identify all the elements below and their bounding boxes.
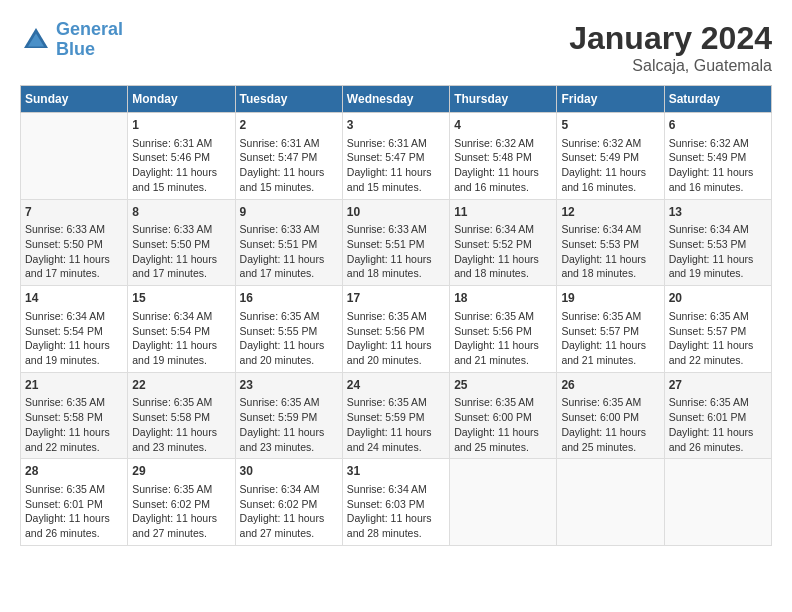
- day-number: 12: [561, 204, 659, 221]
- calendar-cell: 18Sunrise: 6:35 AM Sunset: 5:56 PM Dayli…: [450, 286, 557, 373]
- calendar-cell: 10Sunrise: 6:33 AM Sunset: 5:51 PM Dayli…: [342, 199, 449, 286]
- day-number: 31: [347, 463, 445, 480]
- calendar-cell: 14Sunrise: 6:34 AM Sunset: 5:54 PM Dayli…: [21, 286, 128, 373]
- calendar-cell: 24Sunrise: 6:35 AM Sunset: 5:59 PM Dayli…: [342, 372, 449, 459]
- day-info: Sunrise: 6:35 AM Sunset: 5:57 PM Dayligh…: [561, 309, 659, 368]
- day-info: Sunrise: 6:34 AM Sunset: 6:02 PM Dayligh…: [240, 482, 338, 541]
- day-number: 9: [240, 204, 338, 221]
- day-info: Sunrise: 6:35 AM Sunset: 5:58 PM Dayligh…: [132, 395, 230, 454]
- day-info: Sunrise: 6:35 AM Sunset: 6:02 PM Dayligh…: [132, 482, 230, 541]
- day-info: Sunrise: 6:35 AM Sunset: 5:56 PM Dayligh…: [347, 309, 445, 368]
- calendar-cell: 15Sunrise: 6:34 AM Sunset: 5:54 PM Dayli…: [128, 286, 235, 373]
- day-number: 21: [25, 377, 123, 394]
- calendar-cell: 16Sunrise: 6:35 AM Sunset: 5:55 PM Dayli…: [235, 286, 342, 373]
- col-sunday: Sunday: [21, 86, 128, 113]
- day-info: Sunrise: 6:32 AM Sunset: 5:48 PM Dayligh…: [454, 136, 552, 195]
- day-number: 27: [669, 377, 767, 394]
- day-info: Sunrise: 6:34 AM Sunset: 5:53 PM Dayligh…: [669, 222, 767, 281]
- day-info: Sunrise: 6:34 AM Sunset: 5:52 PM Dayligh…: [454, 222, 552, 281]
- calendar-table: Sunday Monday Tuesday Wednesday Thursday…: [20, 85, 772, 546]
- day-number: 4: [454, 117, 552, 134]
- day-number: 18: [454, 290, 552, 307]
- col-tuesday: Tuesday: [235, 86, 342, 113]
- calendar-cell: 9Sunrise: 6:33 AM Sunset: 5:51 PM Daylig…: [235, 199, 342, 286]
- calendar-cell: 22Sunrise: 6:35 AM Sunset: 5:58 PM Dayli…: [128, 372, 235, 459]
- col-saturday: Saturday: [664, 86, 771, 113]
- day-info: Sunrise: 6:35 AM Sunset: 6:01 PM Dayligh…: [25, 482, 123, 541]
- day-number: 13: [669, 204, 767, 221]
- day-number: 15: [132, 290, 230, 307]
- calendar-cell: 5Sunrise: 6:32 AM Sunset: 5:49 PM Daylig…: [557, 113, 664, 200]
- calendar-cell: 2Sunrise: 6:31 AM Sunset: 5:47 PM Daylig…: [235, 113, 342, 200]
- day-number: 8: [132, 204, 230, 221]
- page-header: GeneralBlue January 2024 Salcaja, Guatem…: [20, 20, 772, 75]
- calendar-cell: 11Sunrise: 6:34 AM Sunset: 5:52 PM Dayli…: [450, 199, 557, 286]
- day-number: 2: [240, 117, 338, 134]
- day-info: Sunrise: 6:34 AM Sunset: 6:03 PM Dayligh…: [347, 482, 445, 541]
- calendar-cell: 4Sunrise: 6:32 AM Sunset: 5:48 PM Daylig…: [450, 113, 557, 200]
- calendar-week-4: 21Sunrise: 6:35 AM Sunset: 5:58 PM Dayli…: [21, 372, 772, 459]
- page-title: January 2024: [569, 20, 772, 57]
- day-number: 1: [132, 117, 230, 134]
- day-info: Sunrise: 6:35 AM Sunset: 6:00 PM Dayligh…: [561, 395, 659, 454]
- day-number: 24: [347, 377, 445, 394]
- calendar-cell: 8Sunrise: 6:33 AM Sunset: 5:50 PM Daylig…: [128, 199, 235, 286]
- day-info: Sunrise: 6:33 AM Sunset: 5:51 PM Dayligh…: [347, 222, 445, 281]
- day-info: Sunrise: 6:35 AM Sunset: 5:57 PM Dayligh…: [669, 309, 767, 368]
- day-number: 11: [454, 204, 552, 221]
- day-number: 17: [347, 290, 445, 307]
- calendar-cell: [21, 113, 128, 200]
- calendar-week-5: 28Sunrise: 6:35 AM Sunset: 6:01 PM Dayli…: [21, 459, 772, 546]
- calendar-cell: 17Sunrise: 6:35 AM Sunset: 5:56 PM Dayli…: [342, 286, 449, 373]
- calendar-cell: 3Sunrise: 6:31 AM Sunset: 5:47 PM Daylig…: [342, 113, 449, 200]
- day-number: 28: [25, 463, 123, 480]
- calendar-cell: 30Sunrise: 6:34 AM Sunset: 6:02 PM Dayli…: [235, 459, 342, 546]
- col-thursday: Thursday: [450, 86, 557, 113]
- day-info: Sunrise: 6:33 AM Sunset: 5:51 PM Dayligh…: [240, 222, 338, 281]
- calendar-cell: 7Sunrise: 6:33 AM Sunset: 5:50 PM Daylig…: [21, 199, 128, 286]
- day-number: 20: [669, 290, 767, 307]
- day-info: Sunrise: 6:33 AM Sunset: 5:50 PM Dayligh…: [132, 222, 230, 281]
- calendar-cell: 13Sunrise: 6:34 AM Sunset: 5:53 PM Dayli…: [664, 199, 771, 286]
- calendar-cell: 20Sunrise: 6:35 AM Sunset: 5:57 PM Dayli…: [664, 286, 771, 373]
- day-number: 6: [669, 117, 767, 134]
- calendar-cell: 19Sunrise: 6:35 AM Sunset: 5:57 PM Dayli…: [557, 286, 664, 373]
- day-info: Sunrise: 6:34 AM Sunset: 5:54 PM Dayligh…: [25, 309, 123, 368]
- calendar-cell: 29Sunrise: 6:35 AM Sunset: 6:02 PM Dayli…: [128, 459, 235, 546]
- day-number: 3: [347, 117, 445, 134]
- logo-icon: [20, 24, 52, 56]
- day-number: 22: [132, 377, 230, 394]
- day-number: 30: [240, 463, 338, 480]
- logo: GeneralBlue: [20, 20, 123, 60]
- header-row: Sunday Monday Tuesday Wednesday Thursday…: [21, 86, 772, 113]
- day-info: Sunrise: 6:31 AM Sunset: 5:47 PM Dayligh…: [347, 136, 445, 195]
- day-info: Sunrise: 6:32 AM Sunset: 5:49 PM Dayligh…: [561, 136, 659, 195]
- calendar-body: 1Sunrise: 6:31 AM Sunset: 5:46 PM Daylig…: [21, 113, 772, 546]
- calendar-cell: 6Sunrise: 6:32 AM Sunset: 5:49 PM Daylig…: [664, 113, 771, 200]
- calendar-week-3: 14Sunrise: 6:34 AM Sunset: 5:54 PM Dayli…: [21, 286, 772, 373]
- day-number: 19: [561, 290, 659, 307]
- calendar-header: Sunday Monday Tuesday Wednesday Thursday…: [21, 86, 772, 113]
- day-info: Sunrise: 6:35 AM Sunset: 5:59 PM Dayligh…: [347, 395, 445, 454]
- day-info: Sunrise: 6:33 AM Sunset: 5:50 PM Dayligh…: [25, 222, 123, 281]
- calendar-cell: 28Sunrise: 6:35 AM Sunset: 6:01 PM Dayli…: [21, 459, 128, 546]
- day-info: Sunrise: 6:34 AM Sunset: 5:53 PM Dayligh…: [561, 222, 659, 281]
- calendar-cell: 1Sunrise: 6:31 AM Sunset: 5:46 PM Daylig…: [128, 113, 235, 200]
- calendar-week-1: 1Sunrise: 6:31 AM Sunset: 5:46 PM Daylig…: [21, 113, 772, 200]
- day-info: Sunrise: 6:35 AM Sunset: 5:59 PM Dayligh…: [240, 395, 338, 454]
- calendar-week-2: 7Sunrise: 6:33 AM Sunset: 5:50 PM Daylig…: [21, 199, 772, 286]
- day-number: 10: [347, 204, 445, 221]
- day-number: 7: [25, 204, 123, 221]
- calendar-cell: 21Sunrise: 6:35 AM Sunset: 5:58 PM Dayli…: [21, 372, 128, 459]
- day-info: Sunrise: 6:34 AM Sunset: 5:54 PM Dayligh…: [132, 309, 230, 368]
- day-info: Sunrise: 6:31 AM Sunset: 5:46 PM Dayligh…: [132, 136, 230, 195]
- calendar-cell: [664, 459, 771, 546]
- day-number: 16: [240, 290, 338, 307]
- day-number: 14: [25, 290, 123, 307]
- day-number: 5: [561, 117, 659, 134]
- calendar-cell: 23Sunrise: 6:35 AM Sunset: 5:59 PM Dayli…: [235, 372, 342, 459]
- calendar-cell: [557, 459, 664, 546]
- day-number: 29: [132, 463, 230, 480]
- day-info: Sunrise: 6:35 AM Sunset: 5:58 PM Dayligh…: [25, 395, 123, 454]
- page-subtitle: Salcaja, Guatemala: [569, 57, 772, 75]
